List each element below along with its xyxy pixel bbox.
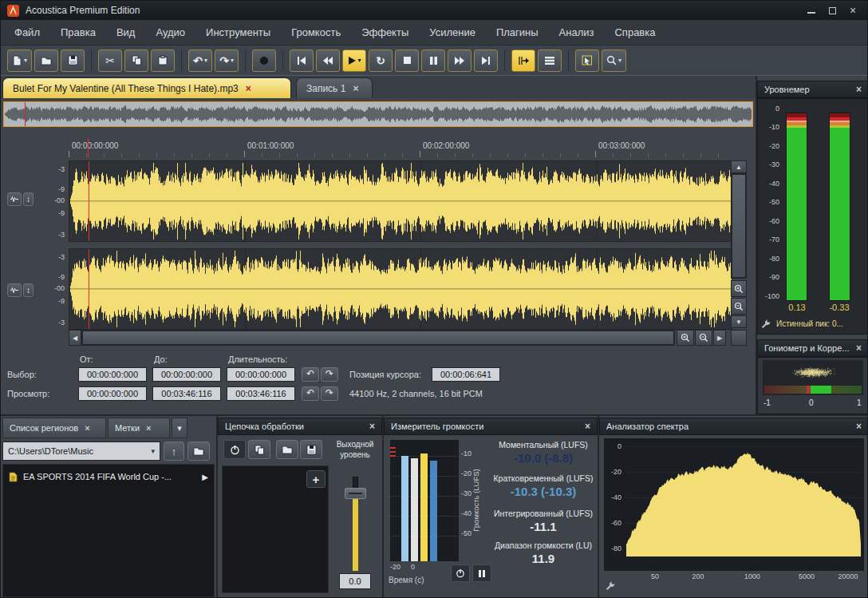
close-panel-icon[interactable]: × (856, 84, 862, 95)
menu-tools[interactable]: Инструменты (195, 20, 281, 46)
tab-close-icon[interactable]: × (85, 423, 89, 433)
selection-tool-button[interactable] (575, 50, 599, 72)
skip-end-button[interactable] (474, 50, 498, 72)
chain-copy-button[interactable] (248, 440, 270, 459)
loudness-reset-power-button[interactable] (451, 564, 470, 582)
tab-region-list[interactable]: Список регионов × (2, 418, 106, 438)
menu-enhance[interactable]: Усиление (419, 20, 486, 46)
zoom-tool-button[interactable]: ▾ (602, 50, 626, 72)
chain-load-button[interactable] (276, 440, 298, 459)
selection-from-field[interactable]: 00:00:00:000 (78, 367, 147, 382)
maximize-button[interactable] (823, 4, 842, 17)
output-slider-handle[interactable] (345, 488, 366, 499)
skip-start-button[interactable] (290, 50, 314, 72)
tab-markers[interactable]: Метки × (108, 418, 170, 438)
menu-file[interactable]: Файл (4, 20, 50, 46)
browse-folder-button[interactable] (187, 442, 210, 461)
tab-document-2[interactable]: Запись 1 × (296, 77, 373, 98)
minimize-button[interactable] (802, 4, 821, 17)
panel-tabs-dropdown-button[interactable]: ▾ (172, 418, 187, 438)
menu-help[interactable]: Справка (604, 20, 665, 46)
hscroll-left-arrow[interactable]: ◀ (69, 330, 81, 346)
channel1-resize-handle[interactable]: ↕ (23, 192, 34, 206)
record-button[interactable] (252, 50, 276, 72)
channel1-options-button[interactable] (7, 192, 22, 206)
menu-edit[interactable]: Правка (50, 20, 106, 46)
goniometer-header[interactable]: Гониометр и Корре... × (757, 339, 868, 357)
view-to-field[interactable]: 00:03:46:116 (152, 386, 221, 401)
preview-play-icon[interactable]: ▶ (202, 473, 208, 481)
view-undo-button[interactable]: ↶ (302, 386, 319, 401)
view-from-field[interactable]: 00:00:00:000 (78, 386, 147, 401)
menu-audio[interactable]: Аудио (145, 20, 195, 46)
redo-button[interactable]: ↷▾ (215, 50, 239, 72)
fast-forward-button[interactable] (448, 50, 471, 72)
level-meter-settings-wrench-icon[interactable] (760, 319, 771, 330)
tab-close-icon[interactable]: × (146, 423, 151, 433)
menu-volume[interactable]: Громкость (281, 20, 351, 46)
tab-close-icon[interactable]: × (353, 83, 358, 94)
file-list[interactable]: EA SPORTS 2014 FIFA World Cup -... ▶ (2, 464, 215, 597)
folder-up-button[interactable]: ↑ (164, 442, 184, 461)
cursor-position-field[interactable]: 00:00:06:641 (432, 367, 500, 382)
layers-view-button[interactable] (538, 50, 562, 72)
vscroll-up-arrow[interactable]: ▲ (731, 160, 747, 173)
close-button[interactable]: × (843, 4, 862, 17)
copy-button[interactable] (124, 50, 148, 72)
vscrollbar-thumb[interactable] (732, 174, 746, 278)
folder-path-combobox[interactable]: C:\Users\DTore\Music ▾ (2, 442, 160, 461)
new-file-button[interactable]: ▾ (7, 50, 32, 72)
save-button[interactable] (61, 50, 85, 72)
close-panel-icon[interactable]: × (856, 421, 862, 432)
spectrum-settings-wrench-icon[interactable] (605, 580, 616, 592)
tab-close-icon[interactable]: × (246, 83, 251, 94)
loudness-meter-header[interactable]: Измеритель громкости × (384, 418, 598, 435)
close-panel-icon[interactable]: × (585, 421, 590, 432)
waveform-channel-left[interactable] (69, 160, 732, 242)
open-file-button[interactable] (34, 50, 58, 72)
view-redo-button[interactable]: ↷ (321, 386, 338, 401)
vertical-zoom-out-button[interactable] (731, 298, 747, 315)
chain-bypass-power-button[interactable] (223, 440, 246, 459)
selection-redo-button[interactable]: ↷ (321, 367, 338, 382)
stop-button[interactable] (395, 50, 419, 72)
menu-view[interactable]: Вид (106, 20, 146, 46)
tab-document-1[interactable]: Bulet For My Valentine (All These Things… (2, 77, 291, 98)
file-list-item[interactable]: EA SPORTS 2014 FIFA World Cup -... ▶ (3, 468, 214, 485)
close-panel-icon[interactable]: × (856, 343, 862, 354)
waveform-channel-right[interactable] (69, 248, 732, 330)
vscroll-down-arrow[interactable]: ▼ (731, 315, 747, 328)
close-panel-icon[interactable]: × (369, 421, 375, 432)
view-duration-field[interactable]: 00:03:46:116 (227, 386, 295, 401)
true-peak-label[interactable]: Истинный пик: 0... (776, 319, 843, 328)
horizontal-zoom-in-button[interactable] (677, 330, 694, 346)
overview-waveform[interactable] (3, 101, 753, 127)
scrub-tool-button[interactable] (511, 50, 535, 72)
cut-button[interactable]: ✂ (98, 50, 122, 72)
selection-to-field[interactable]: 00:00:00:000 (152, 367, 221, 382)
output-level-value[interactable]: 0.0 (339, 573, 371, 589)
chain-save-button[interactable] (300, 440, 322, 459)
menu-effects[interactable]: Эффекты (351, 20, 419, 46)
pause-button[interactable] (421, 50, 445, 72)
spectrum-analyzer-header[interactable]: Анализатор спектра × (599, 418, 868, 435)
rewind-button[interactable] (316, 50, 340, 72)
level-meter-header[interactable]: Уровнемер × (757, 81, 868, 98)
selection-duration-field[interactable]: 00:00:00:000 (227, 367, 295, 382)
loop-button[interactable]: ↻ (369, 50, 393, 72)
channel2-options-button[interactable] (7, 283, 22, 297)
horizontal-zoom-out-button[interactable] (695, 330, 712, 346)
menu-analyze[interactable]: Анализ (549, 20, 605, 46)
vertical-zoom-in-button[interactable] (731, 280, 747, 297)
menu-plugins[interactable]: Плагины (486, 20, 549, 46)
add-effect-button[interactable]: + (306, 470, 326, 488)
hscroll-right-arrow[interactable]: ▶ (713, 330, 726, 346)
selection-undo-button[interactable]: ↶ (302, 367, 319, 382)
undo-button[interactable]: ↶▾ (188, 50, 212, 72)
loudness-pause-button[interactable] (472, 564, 491, 582)
processing-chain-header[interactable]: Цепочка обработки × (218, 418, 382, 435)
play-button[interactable]: ▾ (342, 50, 366, 72)
channel2-resize-handle[interactable]: ↕ (23, 283, 34, 297)
paste-button[interactable] (151, 50, 175, 72)
hscrollbar-thumb[interactable] (82, 331, 674, 345)
